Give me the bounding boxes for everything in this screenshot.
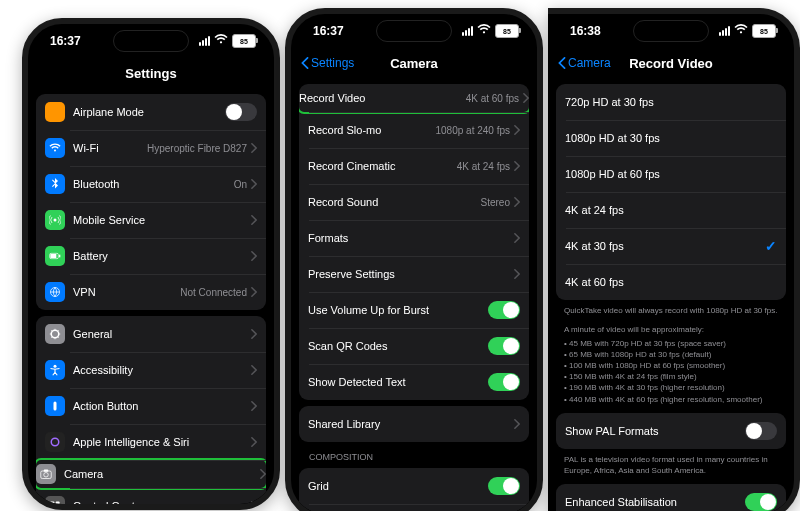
row-airplane[interactable]: Airplane Mode (36, 94, 266, 130)
bt-icon (45, 174, 65, 194)
row-acc[interactable]: Accessibility (36, 352, 266, 388)
row-batt[interactable]: Battery (36, 238, 266, 274)
dynamic-island (376, 20, 452, 42)
phone-record-video: 16:38 85 Camera Record Video 720p HD at … (548, 8, 800, 511)
navbar: Camera Record Video (548, 48, 794, 78)
back-button[interactable]: Camera (558, 56, 611, 70)
row-label: Apple Intelligence & Siri (73, 436, 251, 448)
option-label: 1080p HD at 60 fps (565, 168, 777, 180)
row-label: Use Volume Up for Burst (308, 304, 488, 316)
row-label: Battery (73, 250, 251, 262)
svg-point-10 (44, 473, 49, 478)
settings-list[interactable]: Airplane Mode Wi-Fi Hyperoptic Fibre D82… (28, 88, 274, 504)
row-cell[interactable]: Mobile Service (36, 202, 266, 238)
row-bt[interactable]: Bluetooth On (36, 166, 266, 202)
toggle-volup[interactable] (488, 301, 520, 319)
phone-camera-settings: 16:37 85 Settings Camera Record Video 4K… (285, 8, 543, 511)
row-detail: Hyperoptic Fibre D827 (147, 143, 247, 154)
gen-icon (45, 324, 65, 344)
row-act[interactable]: Action Button (36, 388, 266, 424)
row-label: Record Slo-mo (308, 124, 435, 136)
row-detail: 4K at 60 fps (466, 93, 519, 104)
row-level[interactable]: Level (299, 504, 529, 511)
toggle[interactable] (745, 422, 777, 440)
section-header-composition: Composition (309, 452, 519, 462)
row-label: Action Button (73, 400, 251, 412)
battery-indicator: 85 (752, 24, 776, 38)
vpn-icon (45, 282, 65, 302)
row-shared[interactable]: Shared Library (299, 406, 529, 442)
row-gen[interactable]: General (36, 316, 266, 352)
wifi-icon (477, 24, 491, 38)
row-label: Enhanced Stabilisation (565, 496, 745, 508)
option-4k-60[interactable]: 4K at 60 fps (556, 264, 786, 300)
row-wifi[interactable]: Wi-Fi Hyperoptic Fibre D827 (36, 130, 266, 166)
cc-icon (45, 496, 65, 504)
svg-rect-13 (56, 502, 60, 505)
signal-icon (719, 26, 730, 36)
row-fmt[interactable]: Formats (299, 220, 529, 256)
page-title: Record Video (629, 56, 713, 71)
signal-icon (199, 36, 210, 46)
cam-icon (36, 464, 56, 484)
row-label: Mobile Service (73, 214, 251, 226)
option-label: 4K at 60 fps (565, 276, 777, 288)
row-label: Record Video (299, 92, 466, 104)
check-icon: ✓ (765, 238, 777, 254)
svg-rect-2 (59, 255, 60, 258)
pal-footnote: PAL is a television video format used in… (564, 455, 778, 477)
svg-point-0 (54, 219, 57, 222)
row-recvid[interactable]: Record Video 4K at 60 fps (299, 84, 529, 114)
size-intro: A minute of video will be approximately: (564, 325, 778, 336)
record-video-options[interactable]: 720p HD at 30 fps 1080p HD at 30 fps 108… (548, 78, 794, 511)
option-4k-30[interactable]: 4K at 30 fps ✓ (556, 228, 786, 264)
battery-indicator: 85 (495, 24, 519, 38)
svg-point-6 (54, 365, 57, 368)
row-label: Camera (64, 468, 260, 480)
toggle-qr[interactable] (488, 337, 520, 355)
row-cc[interactable]: Control Centre (36, 488, 266, 504)
svg-point-8 (51, 438, 59, 446)
ai-icon (45, 432, 65, 452)
row-volup[interactable]: Use Volume Up for Burst (299, 292, 529, 328)
option-1080-30[interactable]: 1080p HD at 30 fps (556, 120, 786, 156)
row-slomo[interactable]: Record Slo-mo 1080p at 240 fps (299, 112, 529, 148)
option-label: 4K at 30 fps (565, 240, 765, 252)
row-stab[interactable]: Enhanced Stabilisation (556, 484, 786, 511)
row-det[interactable]: Show Detected Text (299, 364, 529, 400)
row-cine[interactable]: Record Cinematic 4K at 24 fps (299, 148, 529, 184)
clock: 16:37 (50, 34, 81, 48)
row-label: Wi-Fi (73, 142, 147, 154)
row-ai[interactable]: Apple Intelligence & Siri (36, 424, 266, 460)
option-label: 1080p HD at 30 fps (565, 132, 777, 144)
toggle-det[interactable] (488, 373, 520, 391)
row-qr[interactable]: Scan QR Codes (299, 328, 529, 364)
toggle[interactable] (745, 493, 777, 511)
battery-indicator: 85 (232, 34, 256, 48)
option-720-30[interactable]: 720p HD at 30 fps (556, 84, 786, 120)
dynamic-island (113, 30, 189, 52)
option-1080-60[interactable]: 1080p HD at 60 fps (556, 156, 786, 192)
row-grid[interactable]: Grid (299, 468, 529, 504)
wifi-icon (45, 138, 65, 158)
svg-rect-12 (51, 502, 55, 505)
back-button[interactable]: Settings (301, 56, 354, 70)
row-detail: 4K at 24 fps (457, 161, 510, 172)
row-pres[interactable]: Preserve Settings (299, 256, 529, 292)
option-4k-24[interactable]: 4K at 24 fps (556, 192, 786, 228)
page-title: Settings (125, 66, 176, 81)
camera-settings-list[interactable]: Record Video 4K at 60 fps Record Slo-mo … (291, 78, 537, 511)
row-pal[interactable]: Show PAL Formats (556, 413, 786, 449)
toggle-airplane[interactable] (225, 103, 257, 121)
row-label: Scan QR Codes (308, 340, 488, 352)
row-vpn[interactable]: VPN Not Connected (36, 274, 266, 310)
toggle-grid[interactable] (488, 477, 520, 495)
row-detail: 1080p at 240 fps (435, 125, 510, 136)
row-cam[interactable]: Camera (36, 458, 266, 490)
batt-icon (45, 246, 65, 266)
svg-rect-7 (54, 402, 57, 411)
row-sound[interactable]: Record Sound Stereo (299, 184, 529, 220)
dynamic-island (633, 20, 709, 42)
signal-icon (462, 26, 473, 36)
quicktake-footnote: QuickTake video will always record with … (564, 306, 778, 317)
